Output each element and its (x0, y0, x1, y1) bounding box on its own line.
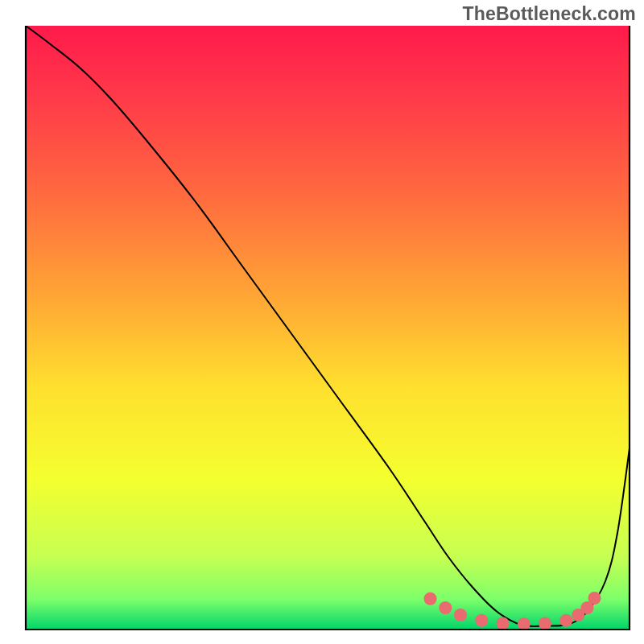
highlight-dot (518, 617, 530, 630)
highlight-dot (475, 614, 488, 627)
highlight-dot (497, 617, 510, 630)
highlight-dot (454, 609, 467, 621)
highlight-dot (559, 614, 572, 627)
highlight-dot (588, 592, 601, 605)
highlight-dot (439, 601, 452, 614)
highlight-dot (539, 617, 551, 630)
chart-stage: TheBottleneck.com (0, 0, 644, 644)
highlight-dot (424, 592, 437, 605)
chart-background (26, 26, 630, 630)
chart-svg (0, 0, 644, 644)
